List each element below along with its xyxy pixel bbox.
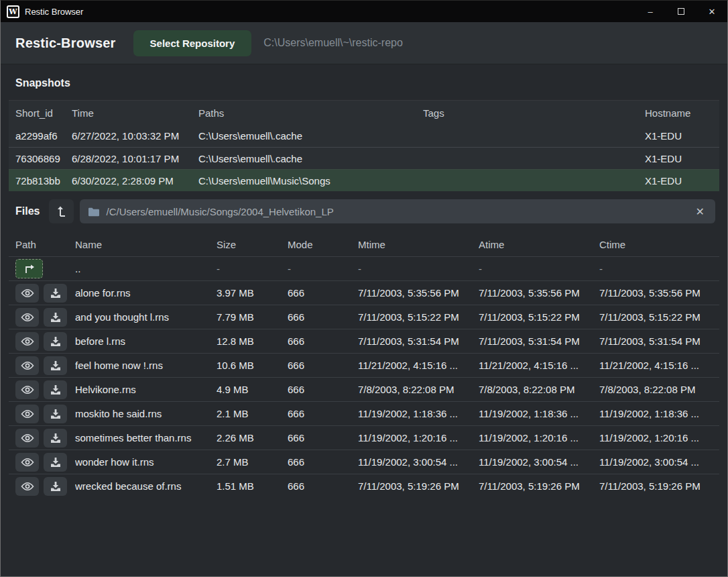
file-atime: 11/19/2002, 1:18:36 ... <box>479 408 599 419</box>
preview-file-button[interactable] <box>15 308 39 327</box>
select-repository-button[interactable]: Select Repository <box>133 30 252 56</box>
snapshot-paths: C:\Users\emuell\.cache <box>198 153 423 164</box>
file-atime: 7/11/2003, 5:15:22 PM <box>479 311 599 323</box>
col-atime[interactable]: Atime <box>479 239 599 250</box>
snapshots-table-header: Short_id Time Paths Tags Hostname <box>9 100 719 125</box>
file-row[interactable]: before l.rns12.8 MB6667/11/2003, 5:31:54… <box>9 329 719 353</box>
preview-file-button[interactable] <box>15 405 39 423</box>
col-size[interactable]: Size <box>217 239 288 250</box>
download-icon <box>50 409 62 419</box>
wails-logo-icon: W <box>7 5 19 18</box>
current-path-bar[interactable]: /C/Users/emuell/Music/Songs/2004_Helveti… <box>80 199 715 223</box>
app-title: Restic-Browser <box>15 36 116 51</box>
snapshot-row[interactable]: 72b813bb6/30/2022, 2:28:09 PMC:\Users\em… <box>9 169 719 191</box>
download-icon <box>50 433 62 443</box>
snapshot-short-id: 76306869 <box>9 153 72 164</box>
folder-icon <box>88 207 100 217</box>
preview-file-button[interactable] <box>15 284 39 303</box>
preview-file-button[interactable] <box>15 356 39 375</box>
col-path[interactable]: Path <box>9 239 75 250</box>
download-file-button[interactable] <box>44 405 67 423</box>
row-actions <box>9 259 75 278</box>
file-size: 3.97 MB <box>217 287 288 299</box>
file-name: wonder how it.rns <box>75 456 217 468</box>
download-file-button[interactable] <box>44 429 67 448</box>
file-ctime: 7/11/2003, 5:15:22 PM <box>599 311 719 323</box>
file-ctime: 11/19/2002, 1:20:16 ... <box>599 432 719 443</box>
file-row[interactable]: alone for.rns3.97 MB6667/11/2003, 5:35:5… <box>9 280 719 305</box>
file-size: 4.9 MB <box>217 384 288 395</box>
snapshots-table: Short_id Time Paths Tags Hostname a2299a… <box>9 100 719 191</box>
clear-path-button[interactable]: ✕ <box>693 205 707 218</box>
file-row[interactable]: moskito he said.rns2.1 MB66611/19/2002, … <box>9 401 719 425</box>
file-row[interactable]: Helvikone.rns4.9 MB6667/8/2003, 8:22:08 … <box>9 377 719 401</box>
file-row[interactable]: and you thought l.rns7.79 MB6667/11/2003… <box>9 305 719 329</box>
snapshot-time: 6/30/2022, 2:28:09 PM <box>72 175 198 187</box>
file-name: wrecked because of.rns <box>75 480 217 492</box>
col-time[interactable]: Time <box>72 107 198 119</box>
col-hostname[interactable]: Hostname <box>645 107 719 119</box>
file-row[interactable]: feel home now !.rns10.6 MB66611/21/2002,… <box>9 353 719 377</box>
snapshot-row[interactable]: a2299af66/27/2022, 10:03:32 PMC:\Users\e… <box>9 125 719 147</box>
file-ctime: - <box>599 263 719 274</box>
parent-directory-button[interactable] <box>49 199 74 223</box>
file-mode: 666 <box>288 335 358 347</box>
download-file-button[interactable] <box>44 284 67 303</box>
file-size: 1.51 MB <box>217 480 288 492</box>
download-file-button[interactable] <box>44 380 67 399</box>
download-file-button[interactable] <box>44 356 67 375</box>
file-atime: 11/19/2002, 3:00:54 ... <box>479 456 599 468</box>
file-mtime: 7/11/2003, 5:35:56 PM <box>358 287 479 299</box>
file-row[interactable]: wrecked because of.rns1.51 MB6667/11/200… <box>9 474 719 498</box>
maximize-button[interactable] <box>666 1 696 22</box>
download-file-button[interactable] <box>44 453 67 472</box>
file-size: - <box>217 263 288 274</box>
close-icon: ✕ <box>709 7 716 17</box>
file-mtime: 7/8/2003, 8:22:08 PM <box>358 384 479 395</box>
row-actions <box>9 308 75 327</box>
preview-file-button[interactable] <box>15 380 39 399</box>
download-file-button[interactable] <box>44 332 67 351</box>
file-mode: 666 <box>288 432 358 443</box>
snapshot-row[interactable]: 763068696/28/2022, 10:01:17 PMC:\Users\e… <box>9 147 719 169</box>
parent-directory-row[interactable]: ..----- <box>9 256 719 280</box>
go-up-arrow-icon <box>23 264 36 274</box>
preview-file-button[interactable] <box>15 429 39 448</box>
download-icon <box>50 288 62 299</box>
download-file-button[interactable] <box>44 477 67 496</box>
col-name[interactable]: Name <box>75 239 217 250</box>
preview-file-button[interactable] <box>15 332 39 351</box>
preview-file-button[interactable] <box>15 453 39 472</box>
snapshot-hostname: X1-EDU <box>645 130 719 142</box>
snapshot-short-id: a2299af6 <box>9 130 72 142</box>
eye-icon <box>21 361 34 370</box>
clear-path-icon: ✕ <box>696 206 705 217</box>
col-mtime[interactable]: Mtime <box>358 239 479 250</box>
file-row[interactable]: sometimes better than.rns2.26 MB66611/19… <box>9 425 719 450</box>
file-mode: 666 <box>288 311 358 323</box>
row-actions <box>9 380 75 399</box>
row-actions <box>9 453 75 472</box>
file-ctime: 11/21/2002, 4:15:16 ... <box>599 360 719 371</box>
file-ctime: 11/19/2002, 1:18:36 ... <box>599 408 719 419</box>
col-short-id[interactable]: Short_id <box>9 107 72 119</box>
go-up-button[interactable] <box>15 259 43 278</box>
snapshots-heading: Snapshots <box>1 64 727 100</box>
col-paths[interactable]: Paths <box>198 107 423 119</box>
file-mtime: 7/11/2003, 5:15:22 PM <box>358 311 479 323</box>
file-mtime: 11/19/2002, 1:18:36 ... <box>358 408 479 419</box>
col-ctime[interactable]: Ctime <box>599 239 719 250</box>
col-mode[interactable]: Mode <box>288 239 358 250</box>
close-button[interactable]: ✕ <box>696 1 727 22</box>
row-actions <box>9 405 75 423</box>
download-file-button[interactable] <box>44 308 67 327</box>
file-name: .. <box>75 263 217 274</box>
col-tags[interactable]: Tags <box>423 107 645 119</box>
minimize-button[interactable]: – <box>635 1 666 22</box>
app-window: W Restic Browser – ✕ Restic-Browser Sele… <box>0 0 728 577</box>
snapshot-short-id: 72b813bb <box>9 175 72 187</box>
file-row[interactable]: wonder how it.rns2.7 MB66611/19/2002, 3:… <box>9 450 719 474</box>
preview-file-button[interactable] <box>15 477 39 496</box>
file-name: before l.rns <box>75 335 217 347</box>
file-mode: 666 <box>288 408 358 419</box>
